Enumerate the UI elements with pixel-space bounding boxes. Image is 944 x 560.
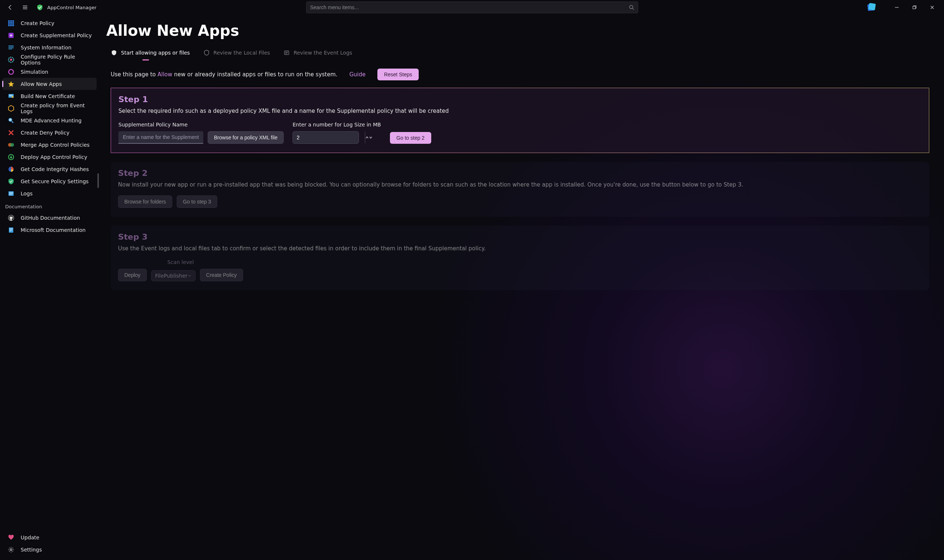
nav-label: MDE Advanced Hunting: [21, 118, 82, 123]
svg-point-14: [10, 143, 14, 147]
certificate-icon: [7, 92, 15, 101]
nav-allow-new-apps[interactable]: Allow New Apps: [2, 78, 97, 90]
log-size-value[interactable]: [293, 132, 365, 143]
maximize-button[interactable]: [905, 0, 923, 15]
shield-outline-icon: [203, 49, 210, 56]
step1-desc: Select the required info such as a deplo…: [119, 108, 921, 114]
tab-label: Start allowing apps or files: [121, 50, 190, 56]
svg-rect-19: [9, 228, 13, 232]
nav-label: Merge App Control Policies: [21, 142, 89, 148]
step2-card: Step 2 Now install your new app or run a…: [111, 162, 929, 217]
x-red-icon: [7, 128, 15, 137]
circle-icon: [7, 68, 15, 76]
nav-label: Configure Policy Rule Options: [21, 54, 93, 66]
nav-create-from-event-logs[interactable]: Create policy from Event Logs: [2, 102, 97, 114]
step1-card: Step 1 Select the required info such as …: [111, 88, 929, 153]
nav-label: Simulation: [21, 69, 48, 75]
nav-github-docs[interactable]: GitHub Documentation: [2, 212, 97, 224]
merge-icon: [7, 140, 15, 149]
nav-label: Create Deny Policy: [21, 130, 69, 136]
nav-label: Create policy from Event Logs: [21, 103, 93, 114]
nav-merge-policies[interactable]: Merge App Control Policies: [2, 138, 97, 151]
create-policy-button[interactable]: Create Policy: [200, 269, 243, 281]
svg-point-7: [10, 58, 12, 61]
nav-label: Update: [21, 535, 40, 540]
go-step2-button[interactable]: Go to step 2: [390, 132, 431, 144]
svg-rect-2: [868, 3, 876, 10]
guide-link[interactable]: Guide: [349, 71, 366, 78]
github-icon: [7, 214, 15, 222]
nav-create-supplemental[interactable]: Create Supplemental Policy: [2, 29, 97, 41]
policy-name-input[interactable]: [119, 131, 203, 144]
svg-point-12: [9, 119, 11, 121]
hamburger-button[interactable]: [18, 0, 32, 15]
nav-create-deny[interactable]: Create Deny Policy: [2, 126, 97, 138]
nav-create-policy[interactable]: Create Policy: [2, 17, 97, 29]
log-size-label: Enter a number for Log Size in MB: [293, 122, 381, 128]
document-icon: [7, 226, 15, 234]
arrow-left-icon: [8, 5, 13, 10]
hamburger-icon: [22, 5, 28, 10]
nav-label: System Information: [21, 45, 72, 51]
minimize-button[interactable]: [888, 0, 905, 15]
search-input[interactable]: [310, 5, 629, 10]
step3-heading: Step 3: [118, 232, 922, 242]
spin-up-button[interactable]: [365, 132, 369, 143]
nav-ms-docs[interactable]: Microsoft Documentation: [2, 224, 97, 236]
nav-label: Settings: [21, 547, 42, 552]
search-box[interactable]: [306, 2, 638, 13]
browse-xml-button[interactable]: Browse for a policy XML file: [208, 131, 284, 144]
sidebar-docs-label: Documentation: [0, 200, 99, 212]
title-bar: AppControl Manager: [0, 0, 944, 15]
nav-label: Deploy App Control Policy: [21, 154, 88, 160]
deploy-icon: [7, 152, 15, 162]
nav-update[interactable]: Update: [2, 531, 97, 543]
intro-text: Use this page to Allow new or already in…: [111, 71, 338, 78]
step2-desc: Now install your new app or run a pre-in…: [118, 182, 922, 188]
step2-heading: Step 2: [118, 168, 922, 178]
page-title: Allow New Apps: [106, 22, 929, 39]
nav-deploy-policy[interactable]: Deploy App Control Policy: [2, 151, 97, 163]
tab-review-event-logs[interactable]: Review the Event Logs: [283, 49, 352, 59]
heart-icon: [7, 533, 15, 542]
grid-icon: [7, 19, 15, 28]
policy-name-label: Supplemental Policy Name: [119, 122, 203, 128]
magnifier-icon: [7, 116, 15, 125]
tab-start-allowing[interactable]: Start allowing apps or files: [111, 49, 190, 59]
copilot-icon[interactable]: [863, 1, 879, 14]
svg-point-0: [629, 6, 632, 9]
reset-steps-button[interactable]: Reset Steps: [377, 69, 419, 80]
nav-label: Create Policy: [21, 20, 54, 26]
tab-review-local[interactable]: Review the Local Files: [203, 49, 270, 59]
back-button[interactable]: [3, 0, 18, 15]
scan-level-select[interactable]: FilePublisher: [151, 270, 196, 281]
nav-build-certificate[interactable]: Build New Certificate: [2, 90, 97, 102]
nav-label: Get Code Integrity Hashes: [21, 166, 89, 172]
nav-system-info[interactable]: System Information: [2, 41, 97, 54]
sidebar-splitter[interactable]: [97, 173, 99, 188]
list-outline-icon: [283, 49, 290, 56]
nav-configure-rule-options[interactable]: Configure Policy Rule Options: [2, 54, 97, 66]
close-button[interactable]: [923, 0, 941, 15]
nav-label: Logs: [21, 191, 32, 197]
nav-settings[interactable]: Settings: [2, 543, 97, 555]
spin-down-button[interactable]: [369, 132, 373, 143]
step3-desc: Use the Event logs and local files tab t…: [118, 245, 922, 252]
deploy-button[interactable]: Deploy: [118, 269, 147, 281]
nav-secure-settings[interactable]: Get Secure Policy Settings: [2, 175, 97, 187]
go-step3-button[interactable]: Go to step 3: [177, 195, 217, 208]
gear-icon: [7, 545, 15, 554]
search-icon: [629, 5, 634, 10]
app-title: AppControl Manager: [47, 5, 97, 10]
star-icon: [7, 80, 15, 88]
step1-heading: Step 1: [119, 95, 921, 104]
nav-simulation[interactable]: Simulation: [2, 66, 97, 78]
sidebar: Create Policy Create Supplemental Policy…: [0, 15, 99, 560]
browse-folders-button[interactable]: Browse for folders: [118, 195, 172, 208]
nav-label: Create Supplemental Policy: [21, 32, 92, 38]
nav-code-integrity[interactable]: Get Code Integrity Hashes: [2, 163, 97, 175]
nav-mde-hunting[interactable]: MDE Advanced Hunting: [2, 114, 97, 126]
nav-label: GitHub Documentation: [21, 215, 80, 221]
nav-logs[interactable]: Logs: [2, 187, 97, 200]
log-size-input[interactable]: [293, 131, 359, 144]
